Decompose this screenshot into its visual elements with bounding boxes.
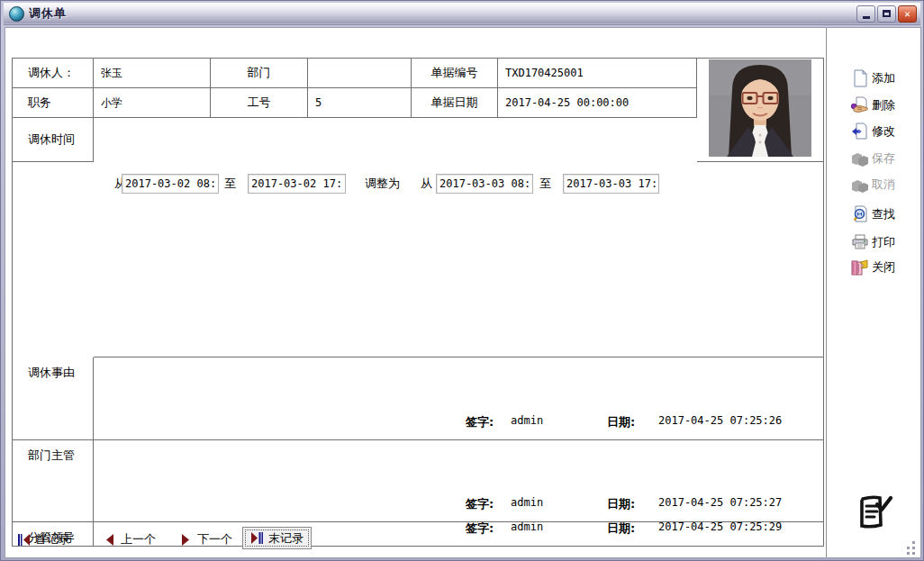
close-form-button-label: 关闭 bbox=[872, 259, 895, 276]
to-datetime-input-1[interactable] bbox=[248, 174, 346, 194]
employee-photo-image bbox=[709, 59, 811, 157]
maximize-icon bbox=[883, 10, 891, 17]
from-datetime-input-2[interactable] bbox=[436, 174, 533, 194]
close-button[interactable]: ✕ bbox=[898, 5, 917, 23]
from-label-2: 从 bbox=[421, 176, 432, 192]
time-row-label: 调休时间 bbox=[13, 118, 94, 162]
close-icon: ✕ bbox=[904, 8, 910, 20]
sign-name: admin bbox=[511, 496, 543, 509]
dept-value bbox=[308, 59, 412, 88]
modify-button[interactable]: 修改 bbox=[851, 121, 916, 142]
dept-head-label: 部门主管 bbox=[13, 440, 94, 522]
to-label-1: 至 bbox=[224, 176, 236, 192]
delete-hand-icon bbox=[851, 96, 869, 114]
find-button-label: 查找 bbox=[872, 206, 895, 222]
person-label: 调休人： bbox=[13, 59, 94, 88]
add-button-label: 添加 bbox=[872, 70, 895, 86]
date-value: 2017-04-25 07:25:26 bbox=[658, 414, 782, 427]
employee-photo bbox=[697, 59, 823, 162]
sign-label: 签字: bbox=[466, 496, 494, 512]
close-form-button[interactable]: 关闭 bbox=[851, 257, 916, 278]
reason-label: 调休事由 bbox=[13, 357, 94, 440]
emp-no-value: 5 bbox=[308, 88, 412, 118]
adjust-to-label: 调整为 bbox=[365, 176, 400, 192]
modify-button-label: 修改 bbox=[872, 123, 895, 140]
to-datetime-input-2[interactable] bbox=[563, 174, 659, 194]
to-label-2: 至 bbox=[539, 176, 551, 192]
next-record-label: 下一个 bbox=[197, 531, 232, 547]
printer-icon bbox=[851, 233, 869, 251]
cancel-button[interactable]: 取消 bbox=[851, 174, 916, 195]
title-bar: 调休单 ✕ bbox=[4, 3, 920, 25]
first-record-icon bbox=[17, 534, 31, 546]
save-button-label: 保存 bbox=[872, 150, 895, 167]
emp-no-label: 工号 bbox=[211, 88, 308, 118]
maximize-button[interactable] bbox=[877, 5, 896, 23]
prev-record-button[interactable]: 上一个 bbox=[103, 530, 156, 548]
person-value: 张玉 bbox=[94, 59, 211, 88]
dept-head-cell: 签字: admin 日期: 2017-04-25 07:25:27 bbox=[94, 440, 823, 522]
sign-label: 签字: bbox=[466, 522, 494, 537]
panel-separator bbox=[826, 28, 827, 557]
resize-grip[interactable] bbox=[905, 541, 918, 556]
date-value: 2017-04-25 07:25:29 bbox=[658, 522, 782, 533]
delete-button-label: 删除 bbox=[872, 97, 895, 113]
prev-record-icon bbox=[103, 534, 116, 546]
window-title: 调休单 bbox=[29, 5, 67, 22]
next-record-button[interactable]: 下一个 bbox=[179, 530, 232, 548]
minimize-button[interactable] bbox=[856, 5, 875, 23]
save-button[interactable]: 保存 bbox=[851, 148, 916, 169]
print-button-label: 打印 bbox=[872, 234, 895, 250]
position-label: 职务 bbox=[13, 88, 94, 118]
date-label: 日期: bbox=[607, 414, 635, 430]
dept-head-sign-row: 签字: admin 日期: 2017-04-25 07:25:27 bbox=[94, 496, 823, 511]
modify-arrow-icon bbox=[851, 122, 869, 140]
notepad-check-icon bbox=[855, 493, 894, 532]
prev-record-label: 上一个 bbox=[121, 531, 156, 547]
reason-sign-row: 签字: admin 日期: 2017-04-25 07:25:26 bbox=[94, 414, 823, 429]
reason-cell: 签字: admin 日期: 2017-04-25 07:25:26 bbox=[94, 357, 823, 440]
first-record-label: 首记录 bbox=[35, 531, 70, 547]
last-record-icon bbox=[250, 532, 264, 544]
sign-name: admin bbox=[511, 522, 543, 533]
first-record-button[interactable]: 首记录 bbox=[17, 530, 70, 548]
time-row-content: 从 至 调整为 从 至 bbox=[94, 162, 823, 357]
save-disabled-icon bbox=[851, 149, 869, 167]
last-record-button[interactable]: 末记录 bbox=[242, 527, 312, 549]
from-datetime-input-1[interactable] bbox=[122, 174, 219, 194]
find-button[interactable]: 查找 bbox=[851, 204, 916, 225]
minimize-icon bbox=[863, 16, 870, 19]
reason-text-area[interactable] bbox=[95, 359, 821, 409]
cancel-disabled-icon bbox=[851, 176, 869, 194]
delete-button[interactable]: 删除 bbox=[851, 95, 916, 116]
next-record-icon bbox=[179, 534, 193, 546]
print-button[interactable]: 打印 bbox=[851, 231, 916, 253]
doc-date-label: 单据日期 bbox=[412, 88, 498, 118]
close-book-icon bbox=[851, 258, 869, 276]
sign-name: admin bbox=[511, 414, 543, 427]
cancel-button-label: 取消 bbox=[872, 176, 895, 193]
app-window: 调休单 ✕ 调休人： 张玉 部门 单据编号 TXD170425001 bbox=[0, 0, 924, 561]
leave-form-table: 调休人： 张玉 部门 单据编号 TXD170425001 bbox=[12, 58, 824, 547]
app-globe-icon bbox=[9, 6, 24, 22]
find-magnifier-icon bbox=[851, 205, 869, 223]
doc-no-value: TXD170425001 bbox=[498, 59, 697, 88]
doc-date-value: 2017-04-25 00:00:00 bbox=[498, 88, 697, 118]
last-record-label: 末记录 bbox=[268, 530, 303, 547]
date-label: 日期: bbox=[607, 496, 635, 512]
add-document-icon bbox=[851, 69, 869, 87]
date-value: 2017-04-25 07:25:27 bbox=[658, 496, 782, 509]
dept-label: 部门 bbox=[211, 59, 308, 88]
position-value: 小学 bbox=[94, 88, 211, 118]
sign-label: 签字: bbox=[466, 414, 494, 430]
doc-no-label: 单据编号 bbox=[412, 59, 498, 88]
add-button[interactable]: 添加 bbox=[851, 68, 916, 89]
date-label: 日期: bbox=[607, 522, 635, 537]
